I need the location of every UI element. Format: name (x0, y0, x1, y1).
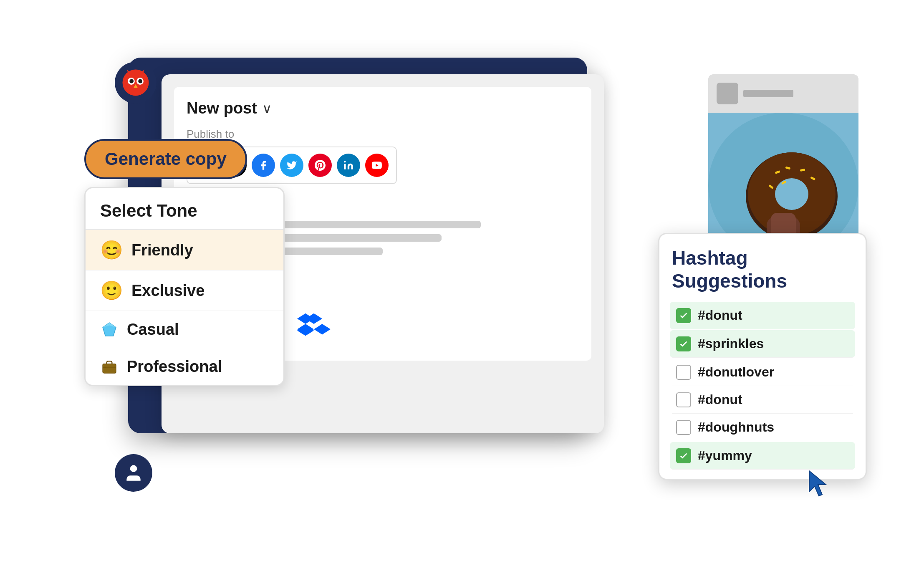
hashtag-checkbox-donutlover[interactable] (676, 365, 691, 380)
youtube-icon[interactable] (365, 154, 389, 177)
casual-label: Casual (127, 321, 179, 339)
post-title-row: New post ∨ (187, 99, 579, 117)
hashtag-checkbox-donut-1[interactable] (676, 308, 691, 323)
user-avatar[interactable] (115, 454, 152, 492)
hootsuite-logo (115, 62, 157, 104)
hashtag-panel-title: Hashtag Suggestions (672, 247, 853, 293)
svg-point-3 (344, 161, 346, 162)
hashtag-item-donutlover[interactable]: #donutlover (672, 359, 853, 386)
hashtag-tag-donutlover: #donutlover (698, 364, 774, 380)
tone-item-exclusive[interactable]: 🙂 Exclusive (86, 270, 283, 311)
cursor-arrow (807, 469, 832, 500)
tone-item-friendly[interactable]: 😊 Friendly (86, 230, 283, 270)
hashtag-tag-donut-1: #donut (698, 308, 742, 323)
hashtag-checkbox-yummy[interactable] (676, 448, 691, 463)
tone-selector-header: Select Tone (86, 188, 283, 230)
tone-item-professional[interactable]: Professional (86, 348, 283, 385)
svg-point-31 (130, 465, 137, 472)
exclusive-label: Exclusive (131, 282, 204, 300)
friendly-label: Friendly (131, 241, 193, 259)
svg-point-18 (123, 70, 149, 96)
diamond-icon (100, 320, 119, 339)
dropbox-logo[interactable] (295, 304, 333, 342)
post-avatar (717, 83, 738, 104)
hashtag-checkbox-doughnuts[interactable] (676, 420, 691, 435)
exclusive-emoji: 🙂 (100, 280, 123, 301)
briefcase-icon (100, 357, 119, 376)
pinterest-icon[interactable] (308, 154, 332, 177)
facebook-icon[interactable] (252, 154, 275, 177)
hashtag-item-doughnuts[interactable]: #doughnuts (672, 414, 853, 441)
hashtag-item-sprinkles[interactable]: #sprinkles (670, 330, 855, 358)
hashtag-panel: Hashtag Suggestions #donut #sprinkles #d… (658, 233, 867, 480)
hashtag-tag-doughnuts: #doughnuts (698, 419, 774, 435)
hashtag-item-yummy[interactable]: #yummy (670, 442, 855, 470)
chevron-down-icon: ∨ (262, 101, 272, 116)
svg-rect-28 (103, 364, 116, 373)
left-panel: Generate copy Select Tone 😊 Friendly 🙂 E… (61, 58, 70, 112)
friendly-emoji: 😊 (100, 239, 123, 261)
linkedin-icon[interactable] (337, 154, 360, 177)
publish-to-label: Publish to (187, 128, 579, 141)
twitter-icon[interactable] (280, 154, 303, 177)
photo-top-bar (708, 74, 858, 113)
svg-point-9 (775, 178, 808, 210)
professional-label: Professional (127, 358, 222, 376)
hashtag-tag-yummy: #yummy (698, 448, 752, 463)
svg-marker-32 (809, 471, 826, 496)
svg-point-22 (138, 79, 142, 83)
scene: New post ∨ Publish to (45, 33, 879, 533)
svg-point-21 (129, 79, 134, 83)
post-title: New post (187, 99, 257, 117)
hashtag-item-donut-2[interactable]: #donut (672, 386, 853, 414)
hashtag-checkbox-sprinkles[interactable] (676, 336, 691, 351)
hashtag-checkbox-donut-2[interactable] (676, 392, 691, 407)
post-username (743, 90, 793, 97)
hashtag-tag-donut-2: #donut (698, 392, 742, 407)
hashtag-tag-sprinkles: #sprinkles (698, 336, 764, 351)
tone-selector-panel: Select Tone 😊 Friendly 🙂 Exclusive Casua… (84, 187, 285, 386)
tone-item-casual[interactable]: Casual (86, 311, 283, 348)
hashtag-item-donut-1[interactable]: #donut (670, 302, 855, 329)
generate-copy-button[interactable]: Generate copy (84, 139, 247, 179)
